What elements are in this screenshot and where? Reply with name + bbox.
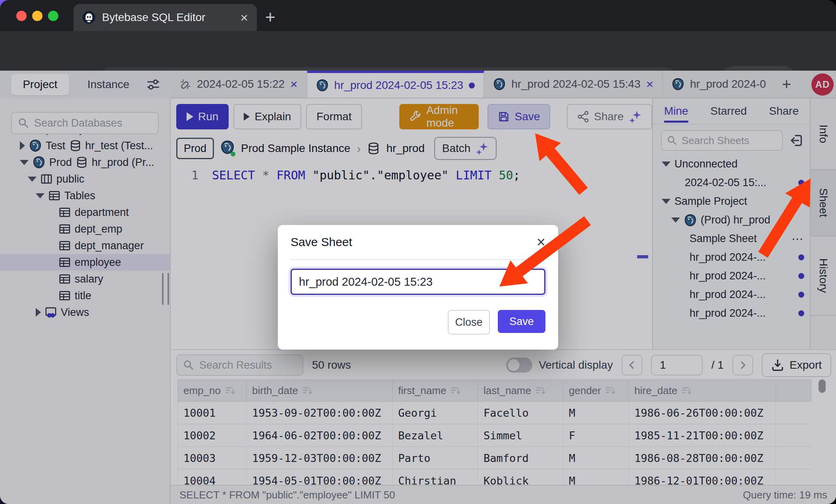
- sheet-group-unconnected[interactable]: Unconnected: [653, 155, 810, 173]
- caret-down-icon[interactable]: [662, 162, 670, 167]
- column-header[interactable]: emp_no: [177, 379, 246, 402]
- environment-badge: Prod: [176, 138, 214, 159]
- search-results-input[interactable]: Search Results: [176, 354, 303, 376]
- admin-mode-button[interactable]: Admin mode: [399, 104, 479, 129]
- prev-page-button[interactable]: [622, 355, 642, 375]
- tab-share[interactable]: Share: [769, 105, 799, 117]
- sort-icon[interactable]: [450, 385, 461, 396]
- column-header-spacer: [776, 379, 811, 402]
- search-sheets-input[interactable]: Search Sheets: [661, 130, 783, 151]
- tree-item-table-title[interactable]: title: [0, 287, 170, 304]
- sheet-item[interactable]: hr_prod 2024-...: [653, 248, 810, 267]
- tree-item-table-dept-emp[interactable]: dept_emp: [0, 221, 170, 237]
- caret-right-icon[interactable]: [36, 308, 41, 317]
- worksheet-tab-1[interactable]: 2024-02-05 15:22 ×: [171, 71, 307, 98]
- vertical-display-toggle[interactable]: [506, 358, 532, 373]
- traffic-zoom-button[interactable]: [48, 11, 58, 21]
- sheet-name-input[interactable]: [291, 269, 545, 295]
- postgres-icon: [316, 79, 329, 92]
- column-header[interactable]: birth_date: [246, 379, 392, 402]
- close-tab-icon[interactable]: ×: [646, 77, 654, 92]
- tree-item-table-employee[interactable]: employee: [0, 254, 170, 271]
- sheet-search-row: Search Sheets: [653, 125, 810, 155]
- tree-item-table-salary[interactable]: salary: [0, 271, 170, 287]
- search-databases-input[interactable]: Search Databases: [11, 112, 159, 134]
- sheet-menu-icon[interactable]: ⋯: [792, 232, 804, 246]
- instance-name[interactable]: Prod Sample Instance: [241, 142, 351, 155]
- rail-tab-info[interactable]: Info: [811, 98, 836, 169]
- sql-statement[interactable]: SELECT * FROM "public"."employee" LIMIT …: [212, 168, 520, 182]
- database-name[interactable]: hr_prod: [386, 142, 425, 155]
- export-button[interactable]: Export: [762, 353, 831, 377]
- save-button[interactable]: Save: [487, 104, 550, 129]
- caret-down-icon[interactable]: [671, 217, 680, 223]
- sheet-item[interactable]: hr_prod 2024-...: [653, 304, 810, 323]
- sort-icon[interactable]: [302, 385, 313, 396]
- worksheet-tab-2-active[interactable]: hr_prod 2024-02-05 15:23: [307, 71, 484, 98]
- caret-down-icon[interactable]: [28, 177, 37, 182]
- sheet-panel-tabs: Mine Starred Share: [653, 98, 810, 125]
- sort-icon[interactable]: [681, 385, 692, 396]
- worksheet-tab-3[interactable]: hr_prod 2024-02-05 15:43 ×: [484, 71, 663, 98]
- tree-item-prod-db[interactable]: Prod hr_prod (Pr...: [0, 154, 170, 171]
- tab-starred[interactable]: Starred: [711, 105, 747, 117]
- caret-right-icon[interactable]: [20, 141, 25, 150]
- tree-item-views[interactable]: Views: [0, 304, 170, 321]
- sheet-item[interactable]: 2024-02-05 15:...: [653, 173, 810, 192]
- page-number-input[interactable]: [651, 355, 703, 375]
- sheet-group-sample-project[interactable]: Sample Project: [653, 192, 810, 211]
- filter-sliders-icon[interactable]: [146, 77, 160, 92]
- tree-item-table-dept-manager[interactable]: dept_manager: [0, 237, 170, 254]
- next-page-button[interactable]: [732, 355, 753, 375]
- column-header[interactable]: hire_date: [628, 379, 776, 402]
- caret-down-icon[interactable]: [662, 199, 670, 204]
- tree-item-test-db[interactable]: Test hr_test (Test...: [0, 137, 170, 154]
- collapse-panel-icon[interactable]: [789, 133, 803, 148]
- tab-project[interactable]: Project: [11, 74, 69, 95]
- sheet-item[interactable]: hr_prod 2024-...: [653, 285, 810, 304]
- add-worksheet-button[interactable]: +: [775, 71, 798, 98]
- tree-item-schema-public[interactable]: public: [0, 171, 170, 187]
- rail-tab-sheet[interactable]: Sheet: [811, 169, 836, 237]
- table-header-row: emp_no birth_date first_name last_name g…: [177, 379, 811, 402]
- sort-icon[interactable]: [605, 385, 616, 396]
- table-row: 10002 1964-06-02T00:00:00Z Bezalel Simme…: [177, 424, 811, 447]
- tab-mine[interactable]: Mine: [664, 105, 688, 123]
- worksheet-tab-4[interactable]: hr_prod 2024-0: [663, 71, 774, 98]
- tab-instance[interactable]: Instance: [87, 78, 129, 91]
- sheet-item[interactable]: hr_prod 2024-...: [653, 267, 810, 285]
- run-button[interactable]: Run: [176, 104, 229, 129]
- download-icon: [771, 359, 784, 371]
- sort-icon[interactable]: [225, 385, 236, 396]
- close-tab-icon[interactable]: ×: [290, 77, 298, 92]
- results-table: emp_no birth_date first_name last_name g…: [177, 379, 811, 485]
- column-header[interactable]: last_name: [478, 379, 563, 402]
- sort-icon[interactable]: [535, 385, 546, 396]
- traffic-minimize-button[interactable]: [32, 11, 42, 21]
- results-scrollbar[interactable]: [819, 379, 826, 393]
- new-browser-tab-button[interactable]: +: [265, 7, 275, 27]
- user-avatar[interactable]: AD: [811, 73, 834, 96]
- sheet-item-sample-sheet[interactable]: Sample Sheet ⋯: [653, 229, 810, 248]
- column-header[interactable]: gender: [563, 379, 628, 402]
- column-header[interactable]: first_name: [392, 379, 478, 402]
- share-button[interactable]: Share: [567, 104, 652, 129]
- database-tree: Search Databases Sample Project Test hr_…: [0, 98, 170, 504]
- sheet-group-prod-hrprod[interactable]: (Prod) hr_prod: [653, 211, 810, 229]
- caret-down-icon[interactable]: [20, 160, 29, 165]
- sidebar-resize-handle[interactable]: [162, 273, 169, 305]
- tree-item-table-department[interactable]: department: [0, 204, 170, 221]
- batch-button[interactable]: Batch: [434, 137, 497, 160]
- caret-down-icon[interactable]: [36, 193, 44, 198]
- dialog-close-button[interactable]: Close: [448, 310, 490, 335]
- dialog-save-button[interactable]: Save: [498, 310, 545, 333]
- browser-tab[interactable]: Bytebase SQL Editor ×: [73, 4, 257, 31]
- tree-item-tables[interactable]: Tables: [0, 187, 170, 204]
- dialog-close-icon[interactable]: ×: [537, 236, 545, 248]
- table-row: 10003 1959-12-03T00:00:00Z Parto Bamford…: [177, 447, 811, 469]
- traffic-close-button[interactable]: [16, 11, 27, 21]
- browser-tab-close-icon[interactable]: ×: [240, 10, 248, 25]
- rail-tab-history[interactable]: History: [811, 237, 836, 316]
- format-button[interactable]: Format: [306, 104, 362, 129]
- explain-button[interactable]: Explain: [233, 104, 301, 129]
